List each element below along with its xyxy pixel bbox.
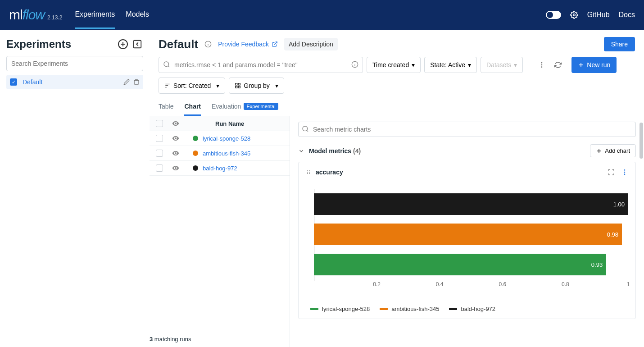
svg-rect-22 xyxy=(236,83,237,85)
svg-rect-4 xyxy=(134,41,141,48)
runs-footer: 3 matching runs xyxy=(150,331,290,347)
chart-bars: 1.000.980.93 xyxy=(306,189,628,279)
theme-toggle[interactable] xyxy=(546,11,561,19)
sort-dropdown[interactable]: Sort: Created ▾ xyxy=(159,78,225,94)
experimental-badge: Experimental xyxy=(244,103,278,110)
nav-experiments[interactable]: Experiments xyxy=(75,1,115,29)
add-experiment-icon[interactable] xyxy=(117,38,129,50)
svg-point-0 xyxy=(573,14,576,16)
run-color-dot xyxy=(193,136,198,141)
new-run-button[interactable]: New run xyxy=(571,57,617,73)
provide-feedback-link[interactable]: Provide Feedback xyxy=(218,41,278,48)
add-description-button[interactable]: Add Description xyxy=(284,38,338,50)
axis-tick: 1 xyxy=(627,281,630,288)
run-name-link[interactable]: bald-hog-972 xyxy=(203,165,237,172)
chart-bar: 0.98 xyxy=(314,224,622,245)
run-checkbox[interactable] xyxy=(156,164,163,172)
svg-point-32 xyxy=(307,172,308,173)
group-by-dropdown[interactable]: Group by ▾ xyxy=(229,78,284,94)
search-icon xyxy=(163,61,170,68)
chart-bar: 1.00 xyxy=(314,193,628,215)
svg-line-27 xyxy=(307,130,308,132)
run-name-link[interactable]: lyrical-sponge-528 xyxy=(203,135,250,142)
charts-pane: Model metrics (4) Add chart xyxy=(290,116,644,347)
visibility-icon[interactable] xyxy=(172,135,179,142)
search-icon xyxy=(302,125,309,132)
top-nav: Experiments Models xyxy=(75,1,149,29)
topbar: ml flow 2.13.2 Experiments Models GitHub… xyxy=(0,0,644,30)
svg-rect-24 xyxy=(236,86,237,88)
sidebar: Experiments ✓ Default xyxy=(0,30,150,347)
svg-point-30 xyxy=(307,170,308,171)
tab-chart[interactable]: Chart xyxy=(184,99,201,116)
axis-tick: 0.2 xyxy=(373,281,381,288)
collapse-sidebar-icon[interactable] xyxy=(132,38,143,50)
visibility-icon[interactable] xyxy=(172,120,179,127)
run-color-dot xyxy=(193,165,198,171)
search-info-icon[interactable] xyxy=(351,61,358,68)
tab-evaluation[interactable]: Evaluation Experimental xyxy=(212,99,278,116)
share-button[interactable]: Share xyxy=(604,37,635,51)
time-created-dropdown[interactable]: Time created ▾ xyxy=(367,57,421,73)
legend-item[interactable]: bald-hog-972 xyxy=(449,306,495,312)
legend-swatch xyxy=(310,308,318,310)
scrollbar[interactable] xyxy=(639,123,643,159)
logo[interactable]: ml flow 2.13.2 xyxy=(9,7,62,23)
settings-icon[interactable] xyxy=(570,11,578,19)
state-dropdown[interactable]: State: Active ▾ xyxy=(424,57,477,73)
svg-line-8 xyxy=(274,42,277,45)
legend-item[interactable]: ambitious-fish-345 xyxy=(380,306,439,312)
legend-item[interactable]: lyrical-sponge-528 xyxy=(310,306,370,312)
drag-handle-icon[interactable] xyxy=(306,169,311,175)
svg-line-10 xyxy=(168,66,169,67)
chart-menu-icon[interactable] xyxy=(621,169,628,176)
fullscreen-icon[interactable] xyxy=(608,169,615,176)
visibility-icon[interactable] xyxy=(172,164,179,172)
svg-point-14 xyxy=(541,62,543,64)
run-checkbox[interactable] xyxy=(156,135,163,142)
svg-point-33 xyxy=(309,172,310,173)
svg-point-16 xyxy=(541,66,543,68)
chart-x-axis: 0.20.40.60.81 xyxy=(314,281,628,292)
tab-table[interactable]: Table xyxy=(159,99,173,116)
collapse-section-icon[interactable] xyxy=(298,148,304,154)
experiment-checkbox[interactable]: ✓ xyxy=(10,78,17,86)
section-title: Model metrics (4) xyxy=(309,147,361,155)
docs-link[interactable]: Docs xyxy=(619,11,635,19)
runs-list-pane: Run Name lyrical-sponge-528 ambitious-fi… xyxy=(150,116,290,347)
svg-point-9 xyxy=(164,62,169,67)
add-chart-button[interactable]: Add chart xyxy=(590,144,636,157)
logo-flow: flow xyxy=(23,7,45,23)
chart-card-accuracy: accuracy 1.000.980.93 0.20.40.60.81 lyri… xyxy=(298,162,636,319)
legend-swatch xyxy=(449,308,457,310)
info-icon[interactable] xyxy=(204,41,212,48)
search-experiments-input[interactable] xyxy=(6,56,143,71)
run-checkbox[interactable] xyxy=(156,150,163,157)
edit-icon[interactable] xyxy=(123,79,130,85)
nav-models[interactable]: Models xyxy=(126,1,149,29)
kebab-menu-icon[interactable] xyxy=(535,59,548,71)
chevron-down-icon: ▾ xyxy=(412,61,415,68)
sidebar-item-default[interactable]: ✓ Default xyxy=(6,75,143,89)
sidebar-title: Experiments xyxy=(6,38,71,50)
svg-point-37 xyxy=(624,172,626,173)
run-color-dot xyxy=(193,151,198,156)
search-runs-input[interactable] xyxy=(159,57,363,73)
svg-point-31 xyxy=(309,170,310,171)
table-row[interactable]: bald-hog-972 xyxy=(150,161,290,176)
visibility-icon[interactable] xyxy=(172,150,179,157)
run-name-link[interactable]: ambitious-fish-345 xyxy=(203,150,250,157)
delete-icon[interactable] xyxy=(133,79,140,85)
svg-point-38 xyxy=(624,174,626,175)
github-link[interactable]: GitHub xyxy=(587,11,610,19)
logo-ml: ml xyxy=(9,7,23,23)
search-charts-input[interactable] xyxy=(298,122,636,137)
svg-point-15 xyxy=(541,64,543,66)
datasets-dropdown[interactable]: Datasets ▾ xyxy=(481,57,523,73)
page-title: Default xyxy=(159,37,198,51)
table-row[interactable]: ambitious-fish-345 xyxy=(150,146,290,161)
refresh-icon[interactable] xyxy=(552,59,564,71)
chevron-down-icon: ▾ xyxy=(468,61,471,68)
select-all-checkbox[interactable] xyxy=(156,120,163,127)
table-row[interactable]: lyrical-sponge-528 xyxy=(150,131,290,146)
